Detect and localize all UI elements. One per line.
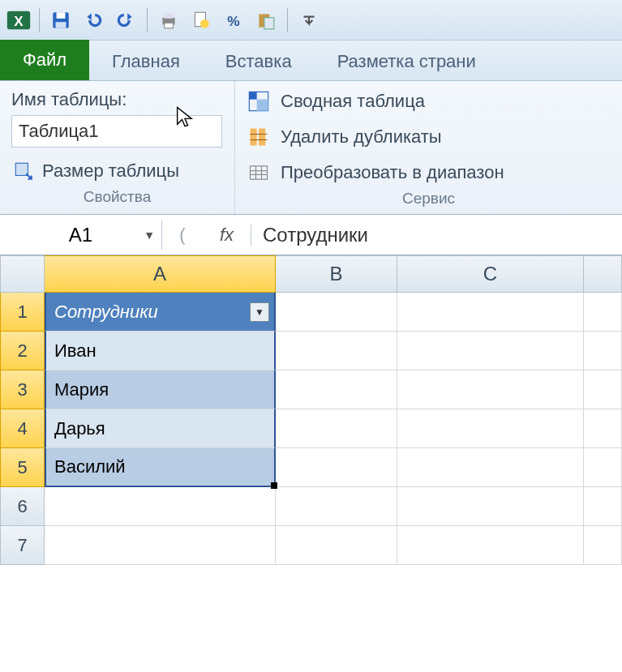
row-1: 1 Сотрудники ▼ <box>0 293 622 332</box>
cell-C4[interactable] <box>397 409 584 448</box>
svg-rect-18 <box>259 129 265 146</box>
table-name-label: Имя таблицы: <box>11 89 223 110</box>
row-7: 7 <box>0 526 622 565</box>
cell-D4[interactable] <box>584 409 622 448</box>
file-tab[interactable]: Файл <box>0 40 89 80</box>
column-header-D[interactable] <box>584 255 622 293</box>
cell-D1[interactable] <box>584 293 622 332</box>
convert-to-range-button[interactable]: Преобразовать в диапазон <box>247 161 611 185</box>
column-header-A[interactable]: A <box>45 255 276 293</box>
undo-button[interactable] <box>79 6 108 35</box>
row-5: 5 Василий <box>0 448 622 487</box>
row-4: 4 Дарья <box>0 409 622 448</box>
cell-B6[interactable] <box>276 487 397 526</box>
cell-D3[interactable] <box>584 370 622 409</box>
row-header-7[interactable]: 7 <box>0 526 45 565</box>
pivot-table-button[interactable]: Сводная таблица <box>247 89 611 113</box>
column-headers: A B C <box>0 255 622 293</box>
page-layout-tab[interactable]: Разметка страни <box>315 43 499 80</box>
cell-B4[interactable] <box>276 409 397 448</box>
properties-group-label: Свойства <box>11 183 223 209</box>
name-box-dropdown-icon[interactable]: ▼ <box>144 229 155 242</box>
spreadsheet-grid: A B C 1 Сотрудники ▼ 2 Иван 3 Мария 4 Да… <box>0 255 622 565</box>
cell-C1[interactable] <box>397 293 584 332</box>
formula-paren-icon: ( <box>162 225 203 246</box>
svg-rect-21 <box>251 166 268 179</box>
column-header-B[interactable]: B <box>276 255 397 293</box>
save-button[interactable] <box>46 6 75 35</box>
cell-B3[interactable] <box>276 370 397 409</box>
insert-tab[interactable]: Вставка <box>203 43 315 80</box>
svg-rect-4 <box>56 22 66 28</box>
cell-B5[interactable] <box>276 448 397 487</box>
cell-C2[interactable] <box>397 332 584 370</box>
print-button[interactable] <box>154 6 183 35</box>
fx-button[interactable]: fx <box>203 225 251 246</box>
remove-duplicates-button[interactable]: Удалить дубликаты <box>247 125 611 149</box>
customize-qat-button[interactable] <box>294 6 324 35</box>
row-header-2[interactable]: 2 <box>0 332 45 370</box>
quick-access-toolbar: X % <box>0 0 622 41</box>
cell-D5[interactable] <box>584 448 622 487</box>
resize-table-button[interactable]: Размер таблицы <box>11 159 223 183</box>
cell-A2[interactable]: Иван <box>45 332 276 370</box>
row-header-3[interactable]: 3 <box>0 370 45 409</box>
cell-C5[interactable] <box>397 448 584 487</box>
separator <box>287 8 288 32</box>
cell-B1[interactable] <box>276 293 397 332</box>
cell-C3[interactable] <box>397 370 584 409</box>
row-header-4[interactable]: 4 <box>0 409 45 448</box>
row-header-1[interactable]: 1 <box>0 293 45 332</box>
service-group-label: Сервис <box>247 185 611 211</box>
svg-rect-6 <box>165 13 174 18</box>
filter-dropdown-button[interactable]: ▼ <box>250 302 269 322</box>
cell-D7[interactable] <box>584 526 622 565</box>
svg-text:%: % <box>227 12 239 28</box>
svg-rect-16 <box>257 100 268 111</box>
paste-special-button[interactable] <box>251 6 281 35</box>
svg-rect-3 <box>57 12 66 19</box>
ribbon-tabs: Файл Главная Вставка Разметка страни <box>0 41 622 81</box>
row-header-6[interactable]: 6 <box>0 487 45 526</box>
formula-content[interactable]: Сотрудники <box>251 220 622 250</box>
cell-A5[interactable]: Василий <box>45 448 276 487</box>
cell-D6[interactable] <box>584 487 622 526</box>
cell-C7[interactable] <box>397 526 584 565</box>
select-all-corner[interactable] <box>0 255 45 293</box>
convert-range-icon <box>247 161 271 185</box>
redo-button[interactable] <box>111 6 140 35</box>
home-tab[interactable]: Главная <box>89 43 203 80</box>
svg-point-9 <box>200 19 209 28</box>
svg-text:X: X <box>14 14 24 29</box>
cell-A4[interactable]: Дарья <box>45 409 276 448</box>
remove-duplicates-label: Удалить дубликаты <box>281 126 442 148</box>
cell-A7[interactable] <box>45 526 276 565</box>
percent-button[interactable]: % <box>219 6 248 35</box>
column-header-C[interactable]: C <box>397 255 584 293</box>
cell-C6[interactable] <box>397 487 584 526</box>
resize-table-label: Размер таблицы <box>42 161 179 182</box>
resize-table-icon <box>11 159 36 183</box>
new-file-button[interactable] <box>187 6 216 35</box>
formula-bar: A1 ▼ ( fx Сотрудники <box>0 215 622 255</box>
row-2: 2 Иван <box>0 332 622 370</box>
cell-D2[interactable] <box>584 332 622 370</box>
row-header-5[interactable]: 5 <box>0 448 45 487</box>
svg-rect-13 <box>15 163 28 175</box>
name-box[interactable]: A1 ▼ <box>0 220 162 250</box>
service-group: Сводная таблица Удалить дубликаты Преобр… <box>235 81 622 214</box>
separator <box>147 8 148 32</box>
row-6: 6 <box>0 487 622 526</box>
cell-A3[interactable]: Мария <box>45 370 276 409</box>
cell-A6[interactable] <box>45 487 276 526</box>
cell-B2[interactable] <box>276 332 397 370</box>
separator <box>39 8 40 32</box>
name-box-value: A1 <box>69 224 92 246</box>
ribbon: Имя таблицы: Размер таблицы Свойства Сво… <box>0 81 622 215</box>
svg-rect-17 <box>251 129 257 146</box>
cell-B7[interactable] <box>276 526 397 565</box>
cell-A1[interactable]: Сотрудники ▼ <box>45 293 276 332</box>
row-3: 3 Мария <box>0 370 622 409</box>
svg-rect-15 <box>249 92 256 99</box>
table-name-input[interactable] <box>11 115 222 148</box>
